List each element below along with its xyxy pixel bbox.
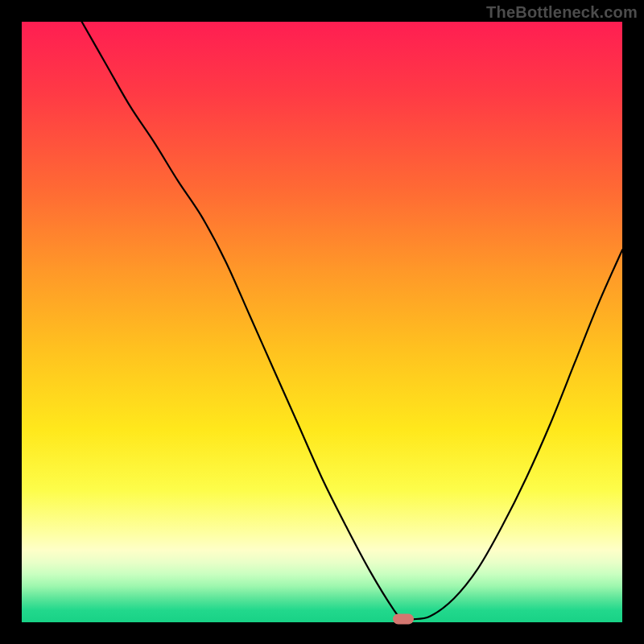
bottleneck-curve xyxy=(22,22,622,622)
chart-container: TheBottleneck.com xyxy=(0,0,644,644)
plot-area xyxy=(22,22,622,622)
optimum-marker xyxy=(393,614,414,625)
watermark-text: TheBottleneck.com xyxy=(486,3,638,22)
